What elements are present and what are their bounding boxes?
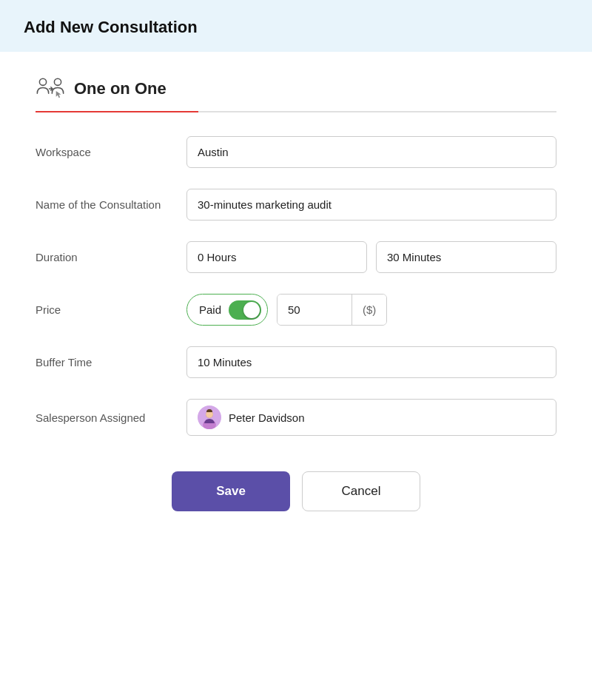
duration-row: Duration	[36, 241, 556, 273]
salesperson-controls: Peter Davidson	[186, 399, 556, 436]
tab-section: One on One Workspace Name of the Consult…	[36, 75, 556, 511]
workspace-input[interactable]	[186, 136, 556, 168]
workspace-label: Workspace	[36, 144, 169, 160]
price-row: Price Paid ($)	[36, 294, 556, 326]
content-area: One on One Workspace Name of the Consult…	[0, 52, 592, 541]
salesperson-field[interactable]: Peter Davidson	[186, 399, 556, 436]
cancel-button[interactable]: Cancel	[302, 471, 420, 511]
buffer-time-controls	[186, 346, 556, 378]
page-header: Add New Consultation	[0, 0, 592, 52]
duration-controls	[186, 241, 556, 273]
tab-header: One on One	[36, 75, 556, 112]
tab-label: One on One	[74, 79, 166, 98]
workspace-controls	[186, 136, 556, 168]
salesperson-label: Salesperson Assigned	[36, 410, 169, 425]
duration-label: Duration	[36, 249, 169, 265]
toggle-knob	[243, 302, 260, 318]
salesperson-name: Peter Davidson	[229, 411, 305, 424]
buffer-time-label: Buffer Time	[36, 354, 169, 370]
consultation-name-label: Name of the Consultation	[36, 197, 169, 212]
price-amount-group: ($)	[277, 294, 387, 326]
paid-toggle[interactable]	[229, 300, 261, 320]
price-toggle-label: Paid	[199, 303, 221, 316]
consultation-name-controls	[186, 189, 556, 221]
workspace-row: Workspace	[36, 136, 556, 168]
price-toggle-group[interactable]: Paid	[186, 294, 268, 326]
svg-point-0	[39, 78, 46, 85]
buffer-time-row: Buffer Time	[36, 346, 556, 378]
duration-minutes-input[interactable]	[376, 241, 556, 273]
avatar	[198, 405, 221, 429]
price-currency: ($)	[352, 295, 386, 325]
consultation-name-row: Name of the Consultation	[36, 189, 556, 221]
svg-point-1	[54, 78, 61, 85]
duration-hours-input[interactable]	[186, 241, 367, 273]
price-controls: Paid ($)	[186, 294, 556, 326]
tab-underline	[36, 111, 198, 112]
one-on-one-icon	[36, 75, 65, 102]
buffer-time-input[interactable]	[186, 346, 556, 378]
button-row: Save Cancel	[36, 471, 556, 511]
form: Workspace Name of the Consultation Durat…	[36, 136, 556, 511]
price-label: Price	[36, 302, 169, 317]
price-amount-input[interactable]	[278, 295, 352, 325]
consultation-name-input[interactable]	[186, 189, 556, 221]
page-title: Add New Consultation	[24, 18, 568, 37]
salesperson-row: Salesperson Assigned	[36, 399, 556, 436]
save-button[interactable]: Save	[172, 471, 290, 511]
